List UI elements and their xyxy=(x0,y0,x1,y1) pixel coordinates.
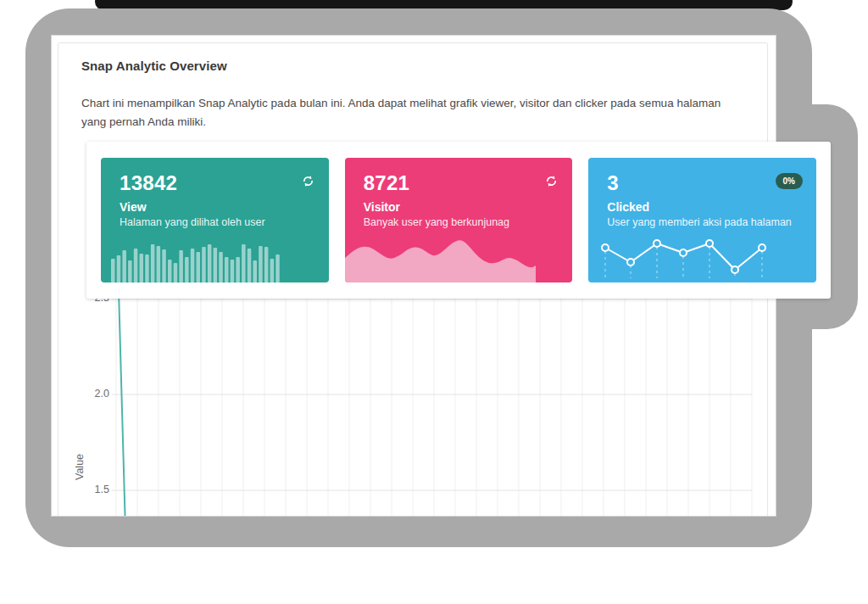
stat-card-clicked: 3 0% Clicked User yang memberi aksi pada… xyxy=(588,158,816,282)
clicked-line-chart xyxy=(588,210,815,281)
stat-card-visitor: 8721 Visitor Banyak user yang berkunjuna… xyxy=(345,158,573,282)
page-title: Snap Analytic Overview xyxy=(81,59,227,73)
clicked-count: 3 xyxy=(607,171,619,195)
page-description: Chart ini menampilkan Snap Analytic pada… xyxy=(81,94,744,131)
visitor-description: Banyak user yang berkunjunag xyxy=(364,216,509,228)
y-axis-label: Value xyxy=(74,454,86,480)
stat-card-view: 13842 View Halaman yang dilihat oleh use… xyxy=(101,158,329,282)
view-bar-chart xyxy=(101,232,327,282)
view-description: Halaman yang dilihat oleh user xyxy=(120,216,265,228)
stat-cards-panel: 13842 View Halaman yang dilihat oleh use… xyxy=(86,142,831,299)
view-count: 13842 xyxy=(120,171,177,195)
sync-icon[interactable] xyxy=(302,175,314,187)
y-axis-tick-1-5: 1.5 xyxy=(67,484,109,495)
percentage-badge: 0% xyxy=(776,173,803,189)
y-axis-tick-2-0: 2.0 xyxy=(67,388,109,400)
sync-icon[interactable] xyxy=(545,175,558,187)
visitor-label: Visitor xyxy=(364,200,400,214)
value-line-chart xyxy=(52,288,776,516)
visitor-count: 8721 xyxy=(364,171,410,195)
view-label: View xyxy=(120,200,147,214)
visitor-area-chart xyxy=(345,228,573,282)
